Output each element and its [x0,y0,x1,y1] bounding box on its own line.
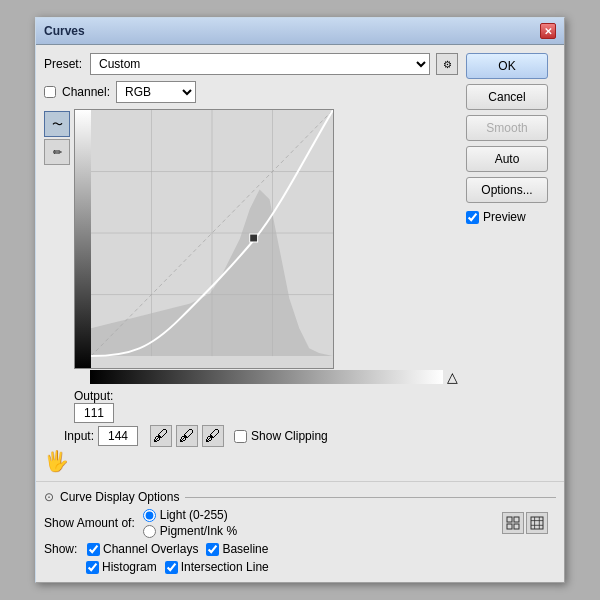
input-section: Input: 🖋 🖋 🖋 Show Clipping [44,425,458,447]
curve-tool-button[interactable]: 〜 [44,111,70,137]
curves-area: 〜 ✏ [44,109,458,423]
grid-buttons [502,512,548,534]
light-radio-row: Light (0-255) [143,508,237,522]
input-label: Input: [64,429,94,443]
output-value[interactable] [74,403,114,423]
channel-label: Channel: [62,85,110,99]
curves-tools: 〜 ✏ [44,109,70,423]
hand-tool-row: 🖐 [44,449,458,473]
right-panel: OK Cancel Smooth Auto Options... Preview [466,53,556,473]
curves-container: △ Output: [74,109,458,423]
arrow-indicator: △ [447,369,458,385]
cancel-button[interactable]: Cancel [466,84,548,110]
title-bar: Curves ✕ [36,18,564,45]
preview-checkbox[interactable] [466,211,479,224]
gray-eyedropper-button[interactable]: 🖋 [176,425,198,447]
dialog-title: Curves [44,24,85,38]
input-gradient-bar [90,370,443,384]
bottom-section: ⊙ Curve Display Options Show Amount of: … [36,481,564,582]
histogram-checkbox[interactable] [86,561,99,574]
intersection-line-checkbox[interactable] [165,561,178,574]
output-label: Output: [74,389,113,403]
svg-rect-16 [531,517,543,529]
dialog-body: Preset: Custom ⚙ Channel: RGB 〜 ✏ [36,45,564,481]
channel-select[interactable]: RGB [116,81,196,103]
black-eyedropper-button[interactable]: 🖋 [150,425,172,447]
preview-row: Preview [466,210,556,224]
preset-row: Preset: Custom ⚙ [44,53,458,75]
curves-canvas[interactable] [74,109,334,369]
baseline-text: Baseline [222,542,268,556]
show-clipping-row: Show Clipping [234,429,328,443]
options-button[interactable]: Options... [466,177,548,203]
show-label: Show: [44,542,79,556]
curves-dialog: Curves ✕ Preset: Custom ⚙ Channel: RGB [35,17,565,583]
gradient-bottom-row: △ [90,369,458,385]
show-amount-radio-group: Light (0-255) Pigment/Ink % [143,508,237,538]
ok-button[interactable]: OK [466,53,548,79]
svg-rect-7 [250,234,258,242]
curve-display-chevron[interactable]: ⊙ [44,490,54,504]
output-value-row [74,403,458,423]
smooth-button[interactable]: Smooth [466,115,548,141]
output-section: Output: [74,389,458,403]
svg-rect-9 [514,517,519,522]
baseline-checkbox[interactable] [206,543,219,556]
intersection-line-label: Intersection Line [165,560,269,574]
pigment-label: Pigment/Ink % [160,524,237,538]
hand-tool[interactable]: 🖐 [44,449,69,473]
curve-display-divider [185,497,556,498]
channel-row: Channel: RGB [44,81,458,103]
channel-overlays-label: Channel Overlays [87,542,198,556]
preset-select[interactable]: Custom [90,53,430,75]
curve-display-header: ⊙ Curve Display Options [44,490,556,504]
channel-overlays-text: Channel Overlays [103,542,198,556]
show-section: Show: Channel Overlays Baseline Histogra… [44,542,556,574]
show-second-row: Histogram Intersection Line [86,560,556,574]
curves-inner [91,110,333,368]
white-eyedropper-button[interactable]: 🖋 [202,425,224,447]
grid-small-button[interactable] [502,512,524,534]
channel-checkbox[interactable] [44,86,56,98]
light-label: Light (0-255) [160,508,228,522]
curve-svg [91,110,333,368]
svg-rect-11 [514,524,519,529]
channel-overlays-checkbox[interactable] [87,543,100,556]
baseline-label: Baseline [206,542,268,556]
preview-label: Preview [483,210,526,224]
svg-rect-8 [507,517,512,522]
show-clipping-label: Show Clipping [251,429,328,443]
curve-display-label: Curve Display Options [60,490,179,504]
pencil-tool-button[interactable]: ✏ [44,139,70,165]
show-amount-row: Show Amount of: Light (0-255) Pigment/In… [44,508,556,538]
pigment-radio-row: Pigment/Ink % [143,524,237,538]
show-amount-label: Show Amount of: [44,516,135,530]
pigment-radio[interactable] [143,525,156,538]
input-value[interactable] [98,426,138,446]
histogram-text: Histogram [102,560,157,574]
output-gradient-bar [75,110,91,369]
auto-button[interactable]: Auto [466,146,548,172]
histogram-label: Histogram [86,560,157,574]
preset-settings-button[interactable]: ⚙ [436,53,458,75]
close-button[interactable]: ✕ [540,23,556,39]
show-first-row: Show: Channel Overlays Baseline [44,542,556,556]
show-clipping-checkbox[interactable] [234,430,247,443]
light-radio[interactable] [143,509,156,522]
preset-label: Preset: [44,57,84,71]
grid-large-button[interactable] [526,512,548,534]
intersection-line-text: Intersection Line [181,560,269,574]
left-panel: Preset: Custom ⚙ Channel: RGB 〜 ✏ [44,53,458,473]
svg-rect-10 [507,524,512,529]
eyedropper-group: 🖋 🖋 🖋 [150,425,224,447]
